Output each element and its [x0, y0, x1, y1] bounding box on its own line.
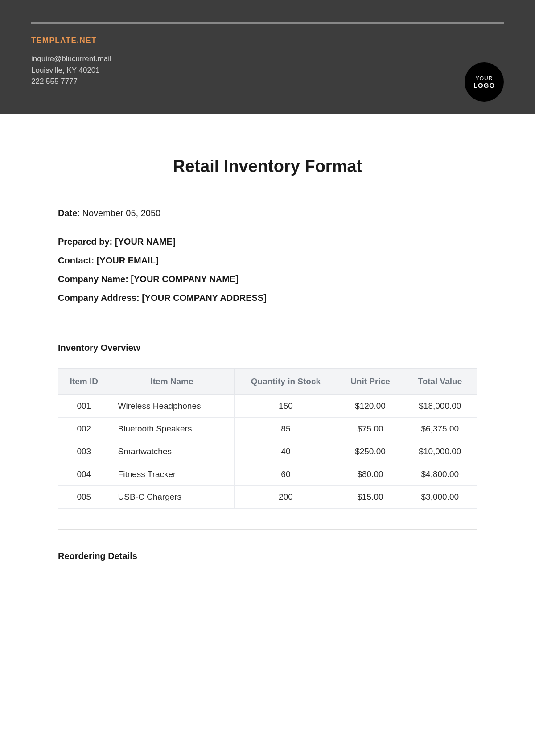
cell-total: $6,375.00 [403, 417, 477, 440]
cell-qty: 200 [234, 485, 337, 508]
cell-name: Wireless Headphones [110, 394, 234, 417]
table-header-row: Item ID Item Name Quantity in Stock Unit… [58, 368, 477, 394]
cell-qty: 150 [234, 394, 337, 417]
cell-id: 001 [58, 394, 110, 417]
cell-price: $75.00 [337, 417, 403, 440]
contact-email: inquire@blucurrent.mail [31, 53, 504, 65]
cell-price: $250.00 [337, 440, 403, 463]
contact-address: Louisville, KY 40201 [31, 65, 504, 76]
cell-name: Bluetooth Speakers [110, 417, 234, 440]
cell-name: Fitness Tracker [110, 463, 234, 485]
header-top-divider [31, 22, 504, 24]
section-divider [58, 529, 477, 530]
prepared-label: Prepared by [58, 237, 110, 247]
address-value: : [YOUR COMPANY ADDRESS] [136, 293, 267, 303]
cell-total: $3,000.00 [403, 485, 477, 508]
table-row: 001 Wireless Headphones 150 $120.00 $18,… [58, 394, 477, 417]
table-row: 004 Fitness Tracker 60 $80.00 $4,800.00 [58, 463, 477, 485]
cell-price: $120.00 [337, 394, 403, 417]
table-row: 002 Bluetooth Speakers 85 $75.00 $6,375.… [58, 417, 477, 440]
cell-total: $18,000.00 [403, 394, 477, 417]
cell-id: 002 [58, 417, 110, 440]
contact-phone: 222 555 7777 [31, 76, 504, 87]
header-bar: TEMPLATE.NET inquire@blucurrent.mail Lou… [0, 0, 535, 114]
company-value: : [YOUR COMPANY NAME] [125, 274, 239, 284]
logo-line1: YOUR [476, 75, 493, 82]
th-total: Total Value [403, 368, 477, 394]
contact-line: Contact: [YOUR EMAIL] [58, 253, 477, 267]
meta-block: Prepared by: [YOUR NAME] Contact: [YOUR … [58, 234, 477, 305]
th-item-id: Item ID [58, 368, 110, 394]
overview-heading: Inventory Overview [58, 343, 477, 353]
section-divider [58, 321, 477, 321]
logo-line2: LOGO [473, 82, 495, 89]
table-row: 005 USB-C Chargers 200 $15.00 $3,000.00 [58, 485, 477, 508]
cell-id: 005 [58, 485, 110, 508]
cell-total: $4,800.00 [403, 463, 477, 485]
cell-qty: 85 [234, 417, 337, 440]
inventory-table: Item ID Item Name Quantity in Stock Unit… [58, 368, 477, 509]
cell-name: USB-C Chargers [110, 485, 234, 508]
cell-name: Smartwatches [110, 440, 234, 463]
page-title: Retail Inventory Format [58, 157, 477, 176]
reordering-heading: Reordering Details [58, 551, 477, 561]
cell-total: $10,000.00 [403, 440, 477, 463]
company-line: Company Name: [YOUR COMPANY NAME] [58, 272, 477, 286]
th-price: Unit Price [337, 368, 403, 394]
address-line: Company Address: [YOUR COMPANY ADDRESS] [58, 291, 477, 305]
contact-label: Contact [58, 255, 91, 265]
prepared-line: Prepared by: [YOUR NAME] [58, 234, 477, 249]
date-label: Date [58, 208, 77, 218]
prepared-value: : [YOUR NAME] [110, 237, 176, 247]
cell-id: 004 [58, 463, 110, 485]
company-label: Company Name [58, 274, 125, 284]
cell-qty: 40 [234, 440, 337, 463]
brand-name: TEMPLATE.NET [31, 36, 504, 45]
document-content: Retail Inventory Format Date: November 0… [0, 114, 535, 603]
contact-info: inquire@blucurrent.mail Louisville, KY 4… [31, 53, 504, 87]
cell-price: $15.00 [337, 485, 403, 508]
address-label: Company Address [58, 293, 136, 303]
logo-placeholder: YOUR LOGO [465, 62, 504, 102]
cell-qty: 60 [234, 463, 337, 485]
cell-price: $80.00 [337, 463, 403, 485]
date-value: : November 05, 2050 [77, 208, 160, 218]
th-qty: Quantity in Stock [234, 368, 337, 394]
th-item-name: Item Name [110, 368, 234, 394]
cell-id: 003 [58, 440, 110, 463]
date-line: Date: November 05, 2050 [58, 208, 477, 218]
table-row: 003 Smartwatches 40 $250.00 $10,000.00 [58, 440, 477, 463]
contact-value: : [YOUR EMAIL] [91, 255, 158, 265]
